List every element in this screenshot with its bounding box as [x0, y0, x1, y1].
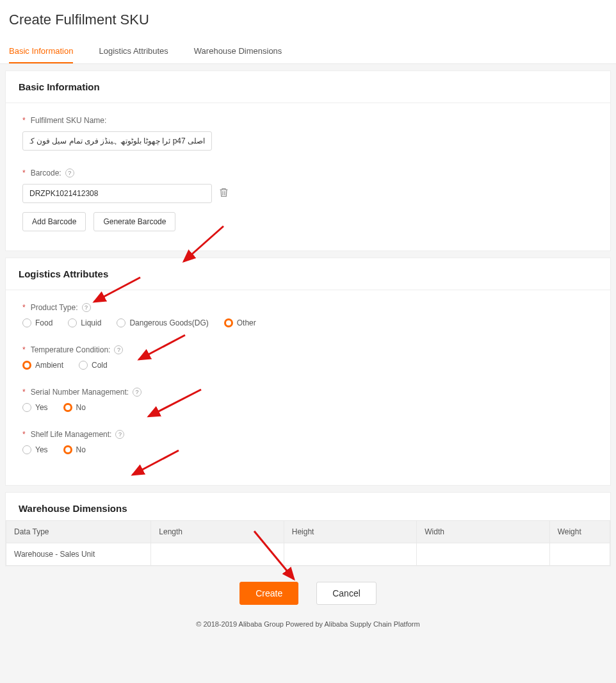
dimensions-table: Data Type Length Height Width Weight War… — [6, 520, 610, 566]
barcode-label: * Barcode: ? — [22, 169, 594, 177]
radio-food[interactable]: Food — [22, 318, 53, 327]
tab-warehouse-dimensions[interactable]: Warehouse Dimensions — [194, 40, 282, 63]
product-type-label: * Product Type: ? — [22, 303, 594, 312]
serial-number-label: * Serial Number Management: ? — [22, 388, 594, 397]
shelf-life-label: * Shelf Life Management: ? — [22, 430, 594, 439]
required-star-icon: * — [22, 169, 26, 177]
required-star-icon: * — [22, 388, 26, 397]
cancel-button[interactable]: Cancel — [316, 582, 377, 605]
required-star-icon: * — [22, 116, 26, 125]
cell-width[interactable] — [417, 543, 549, 566]
temperature-radio-group: Ambient Cold — [22, 361, 594, 370]
barcode-input[interactable] — [22, 184, 212, 203]
panel-warehouse-dimensions: Warehouse Dimensions Data Type Length He… — [5, 492, 611, 566]
add-barcode-button[interactable]: Add Barcode — [22, 212, 86, 231]
panel-heading-warehouse: Warehouse Dimensions — [6, 493, 610, 520]
col-height: Height — [284, 521, 416, 543]
copyright-text: © 2018-2019 Alibaba Group Powered by Ali… — [0, 616, 616, 636]
product-type-radio-group: Food Liquid Dangerous Goods(DG) Other — [22, 318, 594, 327]
temperature-label: * Temperature Condition: ? — [22, 345, 594, 354]
radio-other[interactable]: Other — [224, 318, 256, 327]
col-width: Width — [417, 521, 549, 543]
serial-radio-group: Yes No — [22, 403, 594, 412]
footer-actions: Create Cancel — [0, 566, 616, 616]
help-icon[interactable]: ? — [82, 303, 91, 312]
radio-serial-no[interactable]: No — [63, 403, 86, 412]
panel-heading-logistics: Logistics Attributes — [6, 258, 610, 290]
cell-weight[interactable] — [549, 543, 610, 566]
help-icon[interactable]: ? — [114, 345, 123, 354]
sku-name-input[interactable] — [22, 131, 212, 151]
col-weight: Weight — [549, 521, 610, 543]
radio-cold[interactable]: Cold — [79, 361, 108, 370]
panel-heading-basic: Basic Information — [6, 71, 610, 103]
generate-barcode-button[interactable]: Generate Barcode — [93, 212, 175, 231]
shelf-life-radio-group: Yes No — [22, 445, 594, 454]
sku-name-label: * Fulfilment SKU Name: — [22, 116, 594, 125]
help-icon[interactable]: ? — [133, 388, 142, 397]
help-icon[interactable]: ? — [65, 169, 74, 177]
col-length: Length — [151, 521, 284, 543]
tabs: Basic Information Logistics Attributes W… — [0, 40, 616, 64]
required-star-icon: * — [22, 303, 26, 312]
radio-liquid[interactable]: Liquid — [68, 318, 101, 327]
table-header-row: Data Type Length Height Width Weight — [6, 521, 610, 543]
radio-dangerous-goods[interactable]: Dangerous Goods(DG) — [117, 318, 208, 327]
page-title: Create Fulfilment SKU — [0, 0, 616, 40]
create-button[interactable]: Create — [239, 582, 298, 605]
radio-shelf-yes[interactable]: Yes — [22, 445, 48, 454]
radio-serial-yes[interactable]: Yes — [22, 403, 48, 412]
table-row: Warehouse - Sales Unit — [6, 543, 610, 566]
trash-icon[interactable] — [220, 188, 228, 199]
panel-logistics-attributes: Logistics Attributes * Product Type: ? F… — [5, 258, 611, 486]
required-star-icon: * — [22, 430, 26, 439]
cell-length[interactable] — [151, 543, 284, 566]
tab-basic-information[interactable]: Basic Information — [9, 40, 73, 63]
panel-basic-information: Basic Information * Fulfilment SKU Name:… — [5, 70, 611, 251]
help-icon[interactable]: ? — [115, 430, 124, 439]
cell-data-type: Warehouse - Sales Unit — [6, 543, 151, 566]
required-star-icon: * — [22, 345, 26, 354]
tab-logistics-attributes[interactable]: Logistics Attributes — [99, 40, 168, 63]
radio-shelf-no[interactable]: No — [63, 445, 86, 454]
cell-height[interactable] — [284, 543, 416, 566]
col-data-type: Data Type — [6, 521, 151, 543]
radio-ambient[interactable]: Ambient — [22, 361, 63, 370]
